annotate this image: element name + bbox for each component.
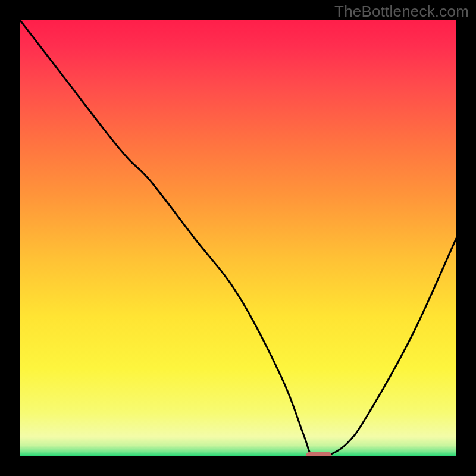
chart-frame: TheBottleneck.com bbox=[0, 0, 476, 476]
gradient-background bbox=[20, 20, 456, 456]
bottleneck-chart bbox=[0, 0, 476, 476]
watermark-text: TheBottleneck.com bbox=[334, 2, 469, 21]
